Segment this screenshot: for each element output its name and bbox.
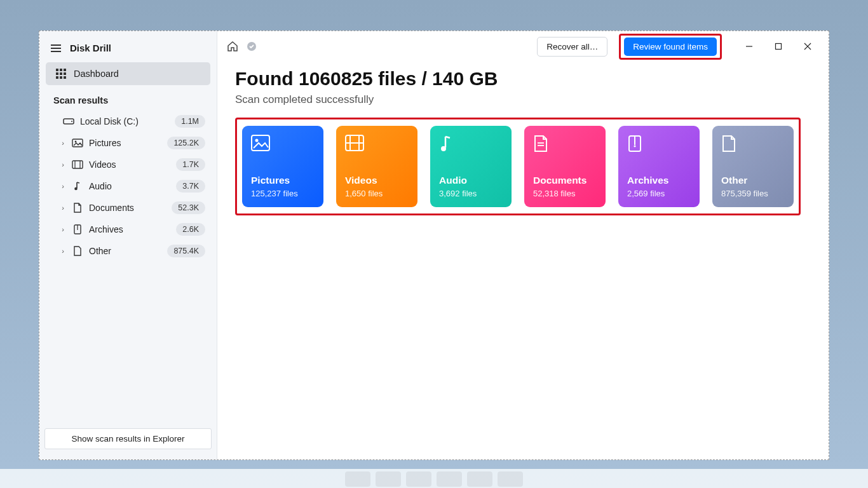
card-count: 52,318 files bbox=[533, 189, 597, 198]
file-icon bbox=[70, 246, 85, 256]
dashboard-label: Dashboard bbox=[74, 69, 119, 79]
review-found-items-button[interactable]: Review found items bbox=[624, 37, 717, 56]
window-controls bbox=[735, 36, 822, 57]
card-archives[interactable]: Archives 2,569 files bbox=[618, 126, 700, 207]
card-title: Videos bbox=[345, 175, 409, 186]
close-button[interactable] bbox=[793, 36, 822, 57]
main-pane: Recover all… Review found items Found 10… bbox=[217, 31, 829, 459]
tree-item-videos[interactable]: › Videos 1.7K bbox=[53, 154, 212, 175]
app-title: Disk Drill bbox=[70, 43, 111, 53]
card-title: Audio bbox=[439, 175, 503, 186]
image-icon bbox=[251, 135, 315, 160]
tree-label: Pictures bbox=[89, 138, 167, 148]
chevron-right-icon: › bbox=[56, 247, 70, 255]
count-badge: 52.3K bbox=[172, 201, 205, 214]
card-count: 2,569 files bbox=[627, 189, 691, 198]
card-title: Documents bbox=[533, 175, 597, 186]
count-badge: 3.7K bbox=[176, 180, 205, 193]
chevron-right-icon: › bbox=[56, 204, 70, 212]
recover-all-button[interactable]: Recover all… bbox=[537, 37, 607, 57]
film-icon bbox=[70, 160, 85, 169]
card-documents[interactable]: Documents 52,318 files bbox=[524, 126, 606, 207]
svg-point-3 bbox=[75, 141, 77, 143]
music-note-icon bbox=[70, 181, 85, 191]
card-title: Pictures bbox=[251, 175, 315, 186]
tree-label: Other bbox=[89, 246, 167, 256]
tree-item-other[interactable]: › Other 875.4K bbox=[53, 240, 212, 262]
category-cards: Pictures 125,237 files Videos 1,650 file… bbox=[242, 126, 794, 207]
sidebar-body: Dashboard Scan results Local Disk (C:) 1… bbox=[39, 62, 217, 423]
menu-icon[interactable] bbox=[51, 44, 61, 52]
taskbar[interactable] bbox=[0, 469, 868, 488]
card-count: 875,359 files bbox=[721, 189, 785, 198]
grid-icon bbox=[56, 69, 66, 79]
card-other[interactable]: Other 875,359 files bbox=[712, 126, 794, 207]
titlebar: Recover all… Review found items bbox=[217, 31, 829, 62]
count-badge: 125.2K bbox=[167, 137, 205, 149]
svg-point-16 bbox=[255, 139, 259, 142]
svg-point-26 bbox=[634, 145, 635, 147]
archive-icon bbox=[627, 135, 691, 160]
maximize-button[interactable] bbox=[764, 36, 793, 57]
tree-label: Audio bbox=[89, 181, 176, 191]
card-count: 1,650 files bbox=[345, 189, 409, 198]
tree-item-local-disk[interactable]: Local Disk (C:) 1.1M bbox=[44, 111, 212, 132]
scan-status: Scan completed successfully bbox=[235, 93, 811, 106]
card-videos[interactable]: Videos 1,650 files bbox=[336, 126, 417, 207]
chevron-right-icon: › bbox=[56, 161, 70, 168]
file-icon bbox=[721, 135, 785, 160]
card-audio[interactable]: Audio 3,692 files bbox=[430, 126, 512, 207]
show-in-explorer-button[interactable]: Show scan results in Explorer bbox=[44, 428, 212, 449]
card-count: 125,237 files bbox=[251, 189, 315, 198]
tree-label: Documents bbox=[89, 203, 172, 213]
card-title: Archives bbox=[627, 175, 691, 186]
taskbar-item[interactable] bbox=[376, 471, 401, 487]
document-icon bbox=[70, 203, 85, 213]
taskbar-item[interactable] bbox=[406, 471, 431, 487]
check-badge-icon[interactable] bbox=[245, 40, 258, 53]
taskbar-item[interactable] bbox=[345, 471, 370, 487]
count-badge: 875.4K bbox=[167, 245, 205, 257]
review-highlight: Review found items bbox=[619, 34, 722, 60]
music-note-icon bbox=[439, 135, 503, 160]
scan-results-heading: Scan results bbox=[44, 92, 212, 111]
card-pictures[interactable]: Pictures 125,237 files bbox=[242, 126, 323, 207]
count-badge: 1.7K bbox=[176, 158, 205, 171]
svg-point-7 bbox=[74, 187, 78, 191]
tree-label: Archives bbox=[89, 224, 176, 234]
tree-item-archives[interactable]: › Archives 2.6K bbox=[53, 219, 212, 240]
count-badge: 2.6K bbox=[176, 223, 205, 236]
sidebar-header: Disk Drill bbox=[39, 36, 217, 62]
app-window: Disk Drill Dashboard Scan results Local … bbox=[39, 30, 829, 460]
taskbar-item[interactable] bbox=[437, 471, 462, 487]
taskbar-item[interactable] bbox=[498, 471, 523, 487]
film-icon bbox=[345, 135, 409, 160]
cards-highlight: Pictures 125,237 files Videos 1,650 file… bbox=[235, 118, 801, 215]
card-count: 3,692 files bbox=[439, 189, 503, 198]
svg-rect-4 bbox=[72, 161, 83, 168]
chevron-right-icon: › bbox=[56, 182, 70, 190]
tree-item-pictures[interactable]: › Pictures 125.2K bbox=[53, 132, 212, 154]
disk-icon bbox=[61, 117, 76, 126]
svg-rect-15 bbox=[252, 135, 269, 151]
document-icon bbox=[533, 135, 597, 160]
svg-point-21 bbox=[441, 146, 446, 151]
count-badge: 1.1M bbox=[175, 115, 205, 128]
sidebar: Disk Drill Dashboard Scan results Local … bbox=[39, 31, 217, 459]
sidebar-footer: Show scan results in Explorer bbox=[39, 423, 217, 454]
home-icon[interactable] bbox=[226, 40, 239, 53]
found-headline: Found 1060825 files / 140 GB bbox=[235, 68, 811, 90]
taskbar-item[interactable] bbox=[467, 471, 492, 487]
svg-rect-12 bbox=[776, 44, 782, 50]
svg-point-1 bbox=[71, 121, 72, 122]
minimize-button[interactable] bbox=[735, 36, 764, 57]
tree-children: › Pictures 125.2K › Videos 1.7K › bbox=[44, 132, 212, 262]
chevron-right-icon: › bbox=[56, 226, 70, 233]
tree-item-documents[interactable]: › Documents 52.3K bbox=[53, 197, 212, 219]
tree-label: Videos bbox=[89, 159, 176, 170]
tree-item-audio[interactable]: › Audio 3.7K bbox=[53, 175, 212, 197]
chevron-right-icon: › bbox=[56, 139, 70, 147]
sidebar-item-dashboard[interactable]: Dashboard bbox=[46, 62, 210, 85]
card-title: Other bbox=[721, 175, 785, 186]
tree-label: Local Disk (C:) bbox=[80, 116, 175, 126]
